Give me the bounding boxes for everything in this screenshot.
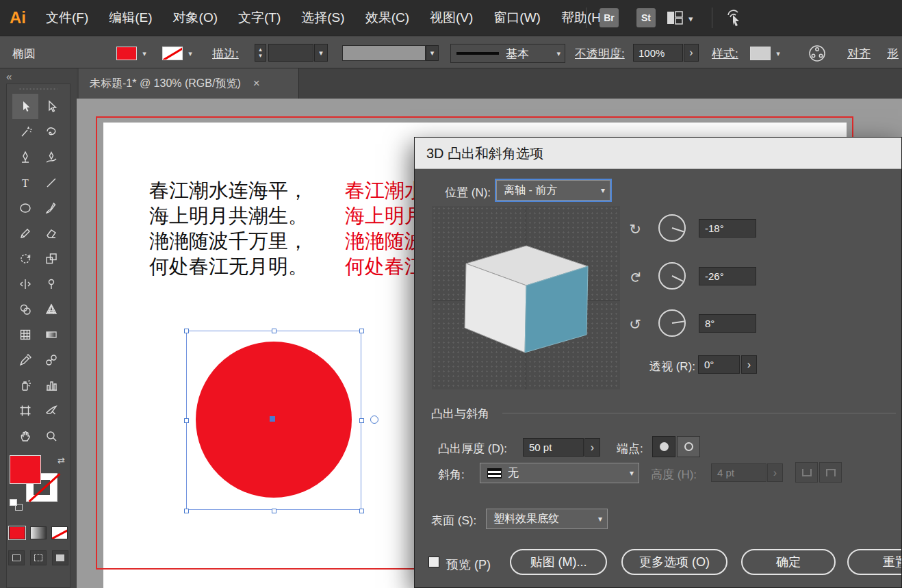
opacity-stepper-icon[interactable]: › xyxy=(684,44,699,62)
stroke-weight-stepper[interactable]: ▴▾ xyxy=(255,44,266,62)
type-tool[interactable]: T xyxy=(12,170,38,195)
bevel-chevron-icon[interactable]: ▾ xyxy=(625,468,639,478)
rotate-tool[interactable] xyxy=(12,246,38,271)
magic-wand-tool[interactable] xyxy=(12,119,38,144)
brush-chevron-icon[interactable]: ▾ xyxy=(552,49,565,58)
ellipse-tool[interactable] xyxy=(12,195,38,220)
stroke-weight-field[interactable] xyxy=(268,44,313,62)
width-profile-chevron-icon[interactable]: ▾ xyxy=(426,45,439,61)
cap-off-button[interactable] xyxy=(677,436,700,457)
mesh-tool[interactable] xyxy=(12,322,38,347)
eyedropper-tool[interactable] xyxy=(12,347,38,372)
opacity-field[interactable]: 100% xyxy=(633,44,683,62)
pointer-broadcast-icon[interactable] xyxy=(724,8,745,30)
ok-button[interactable]: 确定 xyxy=(741,549,836,575)
draw-normal-button[interactable] xyxy=(8,550,25,565)
rotate-x-dial[interactable] xyxy=(658,214,686,242)
shape-link-label[interactable]: 形 xyxy=(887,46,899,62)
opacity-link-label[interactable]: 不透明度: xyxy=(575,46,625,62)
center-anchor-point[interactable] xyxy=(270,416,275,422)
bevel-dropdown[interactable]: 无 ▾ xyxy=(480,463,639,483)
slice-tool[interactable] xyxy=(38,398,64,423)
column-graph-tool[interactable] xyxy=(38,372,64,398)
symbol-sprayer-tool[interactable] xyxy=(12,372,38,398)
shape-builder-tool[interactable] xyxy=(12,296,38,322)
preview-cube[interactable] xyxy=(458,231,595,368)
artboard-tool[interactable] xyxy=(12,398,38,423)
none-button[interactable] xyxy=(51,526,68,539)
preview-checkbox[interactable] xyxy=(428,557,439,567)
draw-behind-button[interactable] xyxy=(30,550,47,565)
rotation-track-cube[interactable] xyxy=(432,206,620,389)
step-down-icon[interactable]: ▾ xyxy=(259,53,262,59)
stroke-color-swatch[interactable] xyxy=(162,47,183,60)
menu-edit[interactable]: 编辑(E) xyxy=(99,0,162,36)
document-tab[interactable]: 未标题-1* @ 130% (RGB/预览) × xyxy=(79,68,299,99)
surface-chevron-icon[interactable]: ▾ xyxy=(593,514,607,524)
extrude-depth-field[interactable]: 50 pt xyxy=(523,438,584,457)
rotate-z-dial[interactable] xyxy=(658,309,686,337)
rotate-x-field[interactable]: -18° xyxy=(699,219,756,238)
menu-effect[interactable]: 效果(C) xyxy=(355,0,420,36)
rotate-y-field[interactable]: -26° xyxy=(699,267,756,285)
puppet-warp-tool[interactable] xyxy=(38,271,64,296)
handle-top-right[interactable] xyxy=(359,329,364,333)
depth-stepper-icon[interactable]: › xyxy=(584,438,600,457)
menu-type[interactable]: 文字(T) xyxy=(228,0,291,36)
more-options-button[interactable]: 更多选项 (O) xyxy=(621,549,727,575)
stroke-color-chevron-icon[interactable]: ▾ xyxy=(185,47,196,60)
surface-dropdown[interactable]: 塑料效果底纹 ▾ xyxy=(486,509,608,529)
lasso-tool[interactable] xyxy=(38,119,64,144)
map-art-button[interactable]: 贴图 (M)... xyxy=(510,549,607,575)
blend-tool[interactable] xyxy=(38,347,64,372)
bridge-button[interactable]: Br xyxy=(600,8,619,27)
handle-middle-left[interactable] xyxy=(184,418,189,423)
menu-view[interactable]: 视图(V) xyxy=(420,0,483,36)
width-tool[interactable] xyxy=(12,271,38,296)
direct-selection-tool[interactable] xyxy=(38,94,64,119)
handle-top-left[interactable] xyxy=(184,329,189,333)
collapse-panel-icon[interactable]: « xyxy=(6,71,12,82)
style-link-label[interactable]: 样式: xyxy=(712,46,738,62)
menu-object[interactable]: 对象(O) xyxy=(163,0,228,36)
position-dropdown[interactable]: 离轴 - 前方 ▾ xyxy=(496,180,610,201)
cap-on-button[interactable] xyxy=(652,436,675,457)
line-segment-tool[interactable] xyxy=(38,170,64,195)
pencil-tool[interactable] xyxy=(12,220,38,246)
scale-tool[interactable] xyxy=(38,246,64,271)
position-chevron-icon[interactable]: ▾ xyxy=(596,186,610,195)
handle-bottom-center[interactable] xyxy=(272,509,276,513)
default-fill-stroke-icon[interactable] xyxy=(10,499,23,511)
gradient-tool[interactable] xyxy=(38,322,64,347)
app-logo[interactable]: Ai xyxy=(10,8,26,27)
perspective-field[interactable]: 0° xyxy=(698,355,740,374)
zoom-tool[interactable] xyxy=(38,423,64,448)
menu-select[interactable]: 选择(S) xyxy=(291,0,355,36)
perspective-stepper-icon[interactable]: › xyxy=(741,355,757,374)
swap-fill-stroke-icon[interactable]: ⇄ xyxy=(57,455,65,465)
handle-top-center[interactable] xyxy=(272,329,276,333)
hand-tool[interactable] xyxy=(12,423,38,448)
align-link-label[interactable]: 对齐 xyxy=(847,46,871,62)
width-profile-preview[interactable] xyxy=(342,45,426,61)
color-button[interactable] xyxy=(9,526,25,539)
fill-color-swatch[interactable] xyxy=(116,47,137,60)
tab-close-icon[interactable]: × xyxy=(253,77,260,90)
rotate-y-dial[interactable] xyxy=(658,262,686,290)
poem-text-black[interactable]: 春江潮水连海平， 海上明月共潮生。 滟滟随波千万里， 何处春江无月明。 xyxy=(149,178,327,279)
dialog-title[interactable]: 3D 凸出和斜角选项 xyxy=(415,138,901,169)
brush-definition-dropdown[interactable]: 基本 ▾ xyxy=(450,44,565,63)
curvature-tool[interactable] xyxy=(38,144,64,170)
workspace-switcher-icon[interactable] xyxy=(667,11,683,27)
graphic-style-swatch[interactable] xyxy=(750,47,771,60)
recolor-artwork-icon[interactable] xyxy=(808,44,827,66)
panel-grip[interactable] xyxy=(19,86,57,92)
stroke-weight-chevron-icon[interactable]: ▾ xyxy=(314,44,328,62)
handle-middle-right[interactable] xyxy=(359,418,364,423)
menu-file[interactable]: 文件(F) xyxy=(36,0,99,36)
pen-tool[interactable] xyxy=(12,144,38,170)
perspective-grid-tool[interactable] xyxy=(38,296,64,322)
workspace-chevron-icon[interactable]: ▾ xyxy=(688,14,693,24)
stroke-link-label[interactable]: 描边: xyxy=(212,46,239,62)
eraser-tool[interactable] xyxy=(38,220,64,246)
